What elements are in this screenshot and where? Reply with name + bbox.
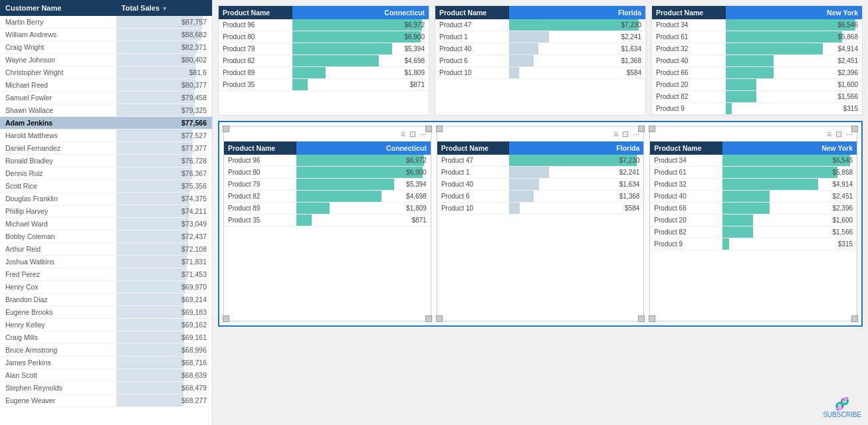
product-bar bbox=[726, 43, 823, 54]
table-row[interactable]: Ronald Bradley$76,728 bbox=[0, 155, 212, 167]
table-row[interactable]: Arthur Reid$72,108 bbox=[0, 243, 212, 256]
lines-icon[interactable]: ≡ bbox=[401, 129, 405, 139]
product-bar bbox=[509, 31, 549, 42]
table-row[interactable]: Craig Mills$69,161 bbox=[0, 331, 212, 344]
product-row[interactable]: Product 10$584 bbox=[435, 67, 645, 79]
product-row[interactable]: Product 82$4,698 bbox=[224, 191, 431, 203]
table-row[interactable]: Christopher Wright$81,6 bbox=[0, 66, 212, 79]
sales-cell: $80,402 bbox=[116, 54, 212, 66]
product-row[interactable]: Product 96$6,972 bbox=[224, 155, 431, 167]
table-row[interactable]: Alan Scott$68,639 bbox=[0, 369, 212, 382]
product-row[interactable]: Product 40$1,634 bbox=[435, 43, 645, 55]
table-row[interactable]: Scott Rice$75,356 bbox=[0, 180, 212, 193]
product-table: Product NameNew YorkProduct 34$6,546Prod… bbox=[650, 141, 857, 250]
table-row[interactable]: Fred Perez$71,453 bbox=[0, 268, 212, 281]
lines-icon[interactable]: ≡ bbox=[613, 129, 618, 139]
product-row[interactable]: Product 35$871 bbox=[219, 79, 429, 91]
table-row[interactable]: Samuel Fowler$79,458 bbox=[0, 92, 212, 104]
table-row[interactable]: Daniel Fernandez$77,377 bbox=[0, 142, 212, 155]
product-row[interactable]: Product 47$7,230 bbox=[435, 19, 645, 31]
product-row[interactable]: Product 80$6,900 bbox=[219, 31, 429, 43]
table-row[interactable]: Henry Cox$69,970 bbox=[0, 281, 212, 294]
product-row[interactable]: Product 32$4,914 bbox=[650, 179, 857, 191]
table-row[interactable]: Harold Matthews$77,527 bbox=[0, 129, 212, 142]
table-row[interactable]: Craig Wright$82,371 bbox=[0, 41, 212, 54]
resize-handle-br[interactable] bbox=[638, 315, 645, 322]
subscribe-button[interactable]: 🧬 SUBSCRIBE bbox=[823, 396, 861, 418]
table-row[interactable]: Bruce Armstrong$68,996 bbox=[0, 344, 212, 357]
table-row[interactable]: Dennis Ruiz$76,367 bbox=[0, 167, 212, 180]
product-row[interactable]: Product 40$1,634 bbox=[437, 179, 644, 191]
resize-handle-bl[interactable] bbox=[649, 315, 655, 322]
product-row[interactable]: Product 10$584 bbox=[437, 203, 644, 214]
table-row[interactable]: Brandon Diaz$69,214 bbox=[0, 294, 212, 306]
table-row[interactable]: Phillip Harvey$74,211 bbox=[0, 205, 212, 218]
resize-handle-br[interactable] bbox=[851, 315, 858, 322]
resize-handle-tl[interactable] bbox=[649, 126, 655, 132]
table-row[interactable]: Adam Jenkins$77,566 bbox=[0, 117, 212, 129]
product-row[interactable]: Product 9$315 bbox=[650, 238, 857, 250]
table-row[interactable]: William Andrews$88,682 bbox=[0, 29, 212, 41]
resize-handle-bl[interactable] bbox=[436, 315, 443, 322]
table-row[interactable]: Douglas Franklin$74,375 bbox=[0, 193, 212, 205]
resize-handle-bl[interactable] bbox=[223, 315, 229, 322]
product-row[interactable]: Product 79$5,394 bbox=[224, 179, 431, 191]
product-row[interactable]: Product 1$2,241 bbox=[435, 31, 645, 43]
customer-name-cell: Craig Mills bbox=[0, 331, 116, 344]
product-row[interactable]: Product 6$1,368 bbox=[437, 191, 644, 203]
resize-handle-tr[interactable] bbox=[638, 126, 645, 132]
product-value-cell: $2,451 bbox=[726, 55, 862, 67]
resize-icon[interactable]: ⊡ bbox=[835, 129, 842, 139]
resize-handle-tr[interactable] bbox=[425, 126, 432, 132]
sales-value: $68,479 bbox=[181, 384, 207, 392]
resize-handle-tl[interactable] bbox=[436, 126, 443, 132]
product-row[interactable]: Product 89$1,809 bbox=[224, 203, 431, 214]
table-row[interactable]: Stephen Reynolds$68,479 bbox=[0, 382, 212, 394]
product-row[interactable]: Product 34$6,546 bbox=[652, 19, 862, 31]
sales-cell: $80,377 bbox=[116, 79, 212, 92]
product-row[interactable]: Product 6$1,368 bbox=[435, 55, 645, 67]
product-row[interactable]: Product 34$6,546 bbox=[650, 155, 857, 167]
resize-handle-tr[interactable] bbox=[851, 126, 858, 132]
product-row[interactable]: Product 61$5,868 bbox=[650, 167, 857, 179]
table-row[interactable]: Michael Reed$80,377 bbox=[0, 79, 212, 92]
table-row[interactable]: Bobby Coleman$72,437 bbox=[0, 230, 212, 243]
product-row[interactable]: Product 66$2,396 bbox=[652, 67, 862, 79]
table-row[interactable]: Michael Ward$73,049 bbox=[0, 218, 212, 230]
product-row[interactable]: Product 1$2,241 bbox=[437, 167, 644, 179]
table-row[interactable]: Shawn Wallace$79,325 bbox=[0, 104, 212, 117]
product-row[interactable]: Product 20$1,600 bbox=[650, 214, 857, 226]
resize-handle-tl[interactable] bbox=[223, 126, 229, 132]
product-row[interactable]: Product 80$6,900 bbox=[224, 167, 431, 179]
product-row[interactable]: Product 82$1,566 bbox=[650, 226, 857, 238]
product-row[interactable]: Product 40$2,451 bbox=[652, 55, 862, 67]
product-row[interactable]: Product 9$315 bbox=[652, 103, 862, 115]
table-row[interactable]: Joshua Watkins$71,831 bbox=[0, 256, 212, 268]
product-row[interactable]: Product 79$5,394 bbox=[219, 43, 429, 55]
product-name-header: Product Name bbox=[219, 6, 292, 19]
total-sales-header[interactable]: Total Sales ▼ bbox=[116, 0, 212, 16]
product-row[interactable]: Product 61$5,868 bbox=[652, 31, 862, 43]
product-row[interactable]: Product 35$871 bbox=[224, 214, 431, 226]
product-row[interactable]: Product 82$4,698 bbox=[219, 55, 429, 67]
table-row[interactable]: Henry Kelley$69,162 bbox=[0, 319, 212, 331]
table-row[interactable]: James Perkins$68,716 bbox=[0, 357, 212, 369]
product-name-cell: Product 66 bbox=[650, 203, 722, 214]
lines-icon[interactable]: ≡ bbox=[827, 129, 831, 139]
product-row[interactable]: Product 96$6,972 bbox=[219, 19, 429, 31]
table-row[interactable]: Eugene Weaver$68,277 bbox=[0, 394, 212, 407]
product-row[interactable]: Product 89$1,809 bbox=[219, 67, 429, 79]
product-row[interactable]: Product 82$1,566 bbox=[652, 91, 862, 103]
resize-handle-br[interactable] bbox=[425, 315, 432, 322]
product-row[interactable]: Product 66$2,396 bbox=[650, 203, 857, 214]
resize-icon[interactable]: ⊡ bbox=[622, 129, 629, 139]
product-row[interactable]: Product 32$4,914 bbox=[652, 43, 862, 55]
product-row[interactable]: Product 20$1,600 bbox=[652, 79, 862, 91]
table-row[interactable]: Wayne Johnson$80,402 bbox=[0, 54, 212, 66]
resize-icon[interactable]: ⊡ bbox=[409, 129, 416, 139]
product-row[interactable]: Product 47$7,230 bbox=[437, 155, 644, 167]
table-row[interactable]: Martin Berry$87,757 bbox=[0, 16, 212, 29]
product-value-cell: $6,546 bbox=[722, 155, 857, 167]
table-row[interactable]: Eugene Brooks$69,183 bbox=[0, 306, 212, 319]
product-row[interactable]: Product 40$2,451 bbox=[650, 191, 857, 203]
